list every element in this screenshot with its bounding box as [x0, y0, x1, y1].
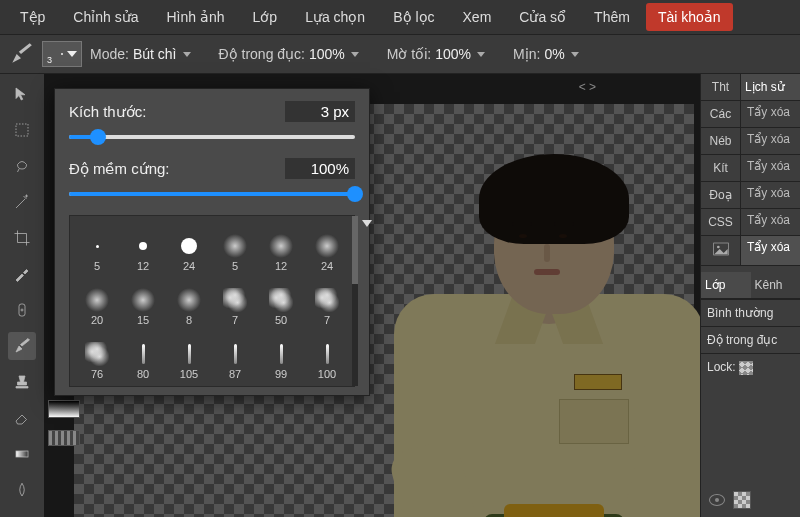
options-bar: 3 Mode: Bút chì Độ trong đục: 100% Mờ tố… — [0, 34, 800, 74]
scrollbar[interactable] — [352, 216, 358, 386]
right-tab-history[interactable]: Lịch sử — [741, 74, 800, 100]
right-tab-col1-1[interactable]: Các — [701, 101, 741, 127]
brush-preset-cell[interactable]: 100 — [306, 330, 348, 380]
chevron-down-icon — [67, 51, 77, 57]
brush-preset-cell[interactable]: 15 — [122, 276, 164, 326]
brush-preset-cell[interactable]: 12 — [260, 222, 302, 272]
brush-preset-cell[interactable]: 24 — [168, 222, 210, 272]
brush-tool[interactable] — [8, 332, 36, 360]
brush-preset-size: 24 — [321, 260, 333, 272]
layer-row[interactable] — [701, 491, 800, 509]
hardness-value[interactable]: 100% — [285, 158, 355, 179]
right-tab-col1-2[interactable]: Néb — [701, 128, 741, 154]
brush-preset-size: 5 — [232, 260, 238, 272]
lock-transparency-icon[interactable] — [739, 361, 753, 375]
layer-opacity-row[interactable]: Độ trong đục — [701, 326, 800, 353]
history-item[interactable]: Tẩy xóa — [741, 209, 800, 235]
brush-preset-cell[interactable]: 5 — [76, 222, 118, 272]
code-bracket-icon[interactable]: < > — [579, 80, 596, 94]
canvas-image — [384, 144, 700, 517]
eye-icon[interactable] — [709, 494, 725, 506]
move-tool[interactable] — [8, 80, 36, 108]
slider-thumb[interactable] — [347, 186, 363, 202]
pattern-swatch[interactable] — [48, 430, 80, 446]
gradient-swatch[interactable] — [48, 400, 80, 418]
right-tab-col1-5[interactable]: CSS — [701, 209, 741, 235]
right-tab-layers[interactable]: Lớp — [701, 272, 751, 298]
menu-image[interactable]: Hình ảnh — [155, 3, 237, 31]
menu-file[interactable]: Tệp — [8, 3, 57, 31]
history-item[interactable]: Tẩy xóa — [741, 182, 800, 208]
left-toolbar — [0, 74, 44, 517]
brush-preset-size: 7 — [232, 314, 238, 326]
menu-account[interactable]: Tài khoản — [646, 3, 733, 31]
brush-preset-cell[interactable]: 105 — [168, 330, 210, 380]
menu-view[interactable]: Xem — [451, 3, 504, 31]
brush-preset-size: 15 — [137, 314, 149, 326]
menu-edit[interactable]: Chỉnh sửa — [61, 3, 150, 31]
brush-preset-picker[interactable]: 3 — [42, 41, 82, 67]
brush-preset-cell[interactable]: 20 — [76, 276, 118, 326]
brush-preset-cell[interactable]: 24 — [306, 222, 348, 272]
flow-picker[interactable]: Mờ tối: 100% — [387, 46, 485, 62]
mode-picker[interactable]: Mode: Bút chì — [90, 46, 191, 62]
menu-layer[interactable]: Lớp — [241, 3, 290, 31]
brush-preset-cell[interactable]: 76 — [76, 330, 118, 380]
brush-preset-cell[interactable]: 5 — [214, 222, 256, 272]
svg-rect-0 — [16, 124, 28, 136]
blend-mode-picker[interactable]: Bình thường — [701, 299, 800, 326]
right-tab-col1-4[interactable]: Đoạ — [701, 182, 741, 208]
menu-select[interactable]: Lựa chọn — [293, 3, 377, 31]
marquee-tool[interactable] — [8, 116, 36, 144]
brush-preset-size: 50 — [275, 314, 287, 326]
menu-more[interactable]: Thêm — [582, 3, 642, 31]
brush-preset-cell[interactable]: 99 — [260, 330, 302, 380]
brush-preset-cell[interactable]: 7 — [306, 276, 348, 326]
brush-preset-size: 87 — [229, 368, 241, 380]
gradient-tool[interactable] — [8, 440, 36, 468]
size-value[interactable]: 3 px — [285, 101, 355, 122]
right-tab-col1-0[interactable]: Tht — [701, 74, 741, 100]
hardness-slider[interactable] — [69, 185, 355, 203]
history-item[interactable]: Tẩy xóa — [741, 101, 800, 127]
eraser-tool[interactable] — [8, 404, 36, 432]
chevron-down-icon — [571, 52, 579, 57]
brush-preset-cell[interactable]: 80 — [122, 330, 164, 380]
brush-preset-size: 80 — [137, 368, 149, 380]
brush-preset-cell[interactable]: 87 — [214, 330, 256, 380]
smooth-picker[interactable]: Mịn: 0% — [513, 46, 579, 62]
brush-preset-size: 8 — [186, 314, 192, 326]
right-tab-col1-3[interactable]: Kít — [701, 155, 741, 181]
brush-preset-cell[interactable]: 12 — [122, 222, 164, 272]
history-item[interactable]: Tẩy xóa — [741, 236, 800, 265]
opacity-picker[interactable]: Độ trong đục: 100% — [219, 46, 359, 62]
chevron-down-icon[interactable] — [362, 220, 372, 227]
smooth-label: Mịn: — [513, 46, 540, 62]
lock-row: Lock: — [701, 353, 800, 381]
svg-rect-2 — [16, 451, 28, 457]
svg-point-4 — [717, 246, 720, 249]
right-tabs-top: Tht Lịch sử — [701, 74, 800, 101]
layer-thumbnail[interactable] — [733, 491, 751, 509]
menu-filter[interactable]: Bộ lọc — [381, 3, 446, 31]
brush-tool-icon — [8, 41, 34, 67]
slider-thumb[interactable] — [90, 129, 106, 145]
menu-window[interactable]: Cửa sổ — [507, 3, 578, 31]
brush-preset-cell[interactable]: 8 — [168, 276, 210, 326]
size-slider[interactable] — [69, 128, 355, 146]
eyedropper-tool[interactable] — [8, 260, 36, 288]
image-icon[interactable] — [701, 236, 741, 265]
blur-tool[interactable] — [8, 476, 36, 504]
crop-tool[interactable] — [8, 224, 36, 252]
wand-tool[interactable] — [8, 188, 36, 216]
brush-size-indicator: 3 — [47, 55, 52, 65]
brush-preset-cell[interactable]: 7 — [214, 276, 256, 326]
healing-tool[interactable] — [8, 296, 36, 324]
history-item[interactable]: Tẩy xóa — [741, 155, 800, 181]
history-item[interactable]: Tẩy xóa — [741, 128, 800, 154]
brush-preset-cell[interactable]: 50 — [260, 276, 302, 326]
stamp-tool[interactable] — [8, 368, 36, 396]
chevron-down-icon — [183, 52, 191, 57]
right-tab-channels[interactable]: Kênh — [751, 272, 801, 298]
lasso-tool[interactable] — [8, 152, 36, 180]
